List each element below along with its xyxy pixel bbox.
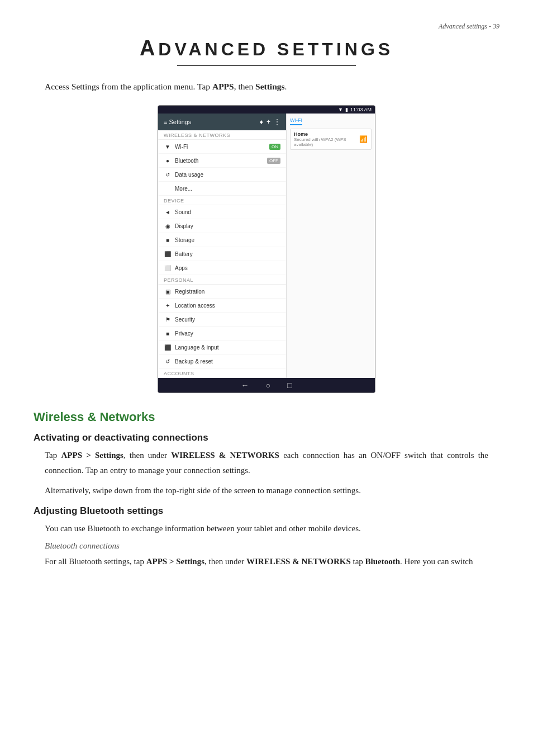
- security-label: Security: [175, 316, 195, 323]
- display-label: Display: [175, 223, 193, 229]
- wifi-toggle[interactable]: ON: [269, 144, 280, 150]
- bluetooth-settings-heading: Adjusting Bluetooth settings: [34, 505, 499, 517]
- apps-settings-bold-1: APPS > Settings: [61, 451, 123, 460]
- screenshot-container: ▼ ▮ 11:03 AM ≡ Settings ♦ + ⋮ WIRELESS &…: [34, 105, 499, 393]
- header-icon-3: ⋮: [274, 118, 280, 126]
- bluetooth-label: Bluetooth: [175, 158, 198, 164]
- wifi-network-sub: Secured with WPA2 (WPS available): [294, 137, 359, 147]
- status-battery: ▮: [345, 107, 348, 112]
- sound-label: Sound: [175, 209, 191, 215]
- wireless-networks-bold-1: WIRELESS & NETWORKS: [171, 451, 279, 460]
- title-underline: [177, 65, 356, 66]
- page-title: ADVANCED SETTINGS: [34, 36, 499, 60]
- home-button[interactable]: ○: [266, 381, 270, 390]
- bluetooth-bold: Bluetooth: [365, 557, 401, 566]
- nav-bar: ← ○ □: [158, 378, 375, 393]
- location-label: Location access: [175, 303, 215, 309]
- battery-label: Battery: [175, 251, 193, 257]
- sound-icon: ◄: [164, 208, 172, 216]
- apps-label: APPS: [212, 82, 234, 91]
- privacy-label: Privacy: [175, 330, 193, 337]
- screen-body: ≡ Settings ♦ + ⋮ WIRELESS & NETWORKS ▼ W…: [158, 114, 375, 378]
- data-usage-icon: ↺: [164, 171, 172, 178]
- settings-panel: ≡ Settings ♦ + ⋮ WIRELESS & NETWORKS ▼ W…: [158, 114, 287, 378]
- bluetooth-icon: ●: [164, 157, 172, 164]
- section-device-label: DEVICE: [158, 196, 286, 205]
- activating-para-2: Alternatively, swipe down from the top-r…: [45, 483, 488, 498]
- settings-item-wifi[interactable]: ▼ Wi-Fi ON: [158, 140, 286, 154]
- back-button[interactable]: ←: [241, 381, 249, 390]
- settings-item-storage[interactable]: ■ Storage: [158, 233, 286, 247]
- status-time: 11:03 AM: [350, 107, 372, 112]
- backup-label: Backup & reset: [175, 358, 213, 365]
- settings-item-sound[interactable]: ◄ Sound: [158, 205, 286, 219]
- settings-item-display[interactable]: ◉ Display: [158, 219, 286, 233]
- bluetooth-connections-subheading: Bluetooth connections: [45, 541, 499, 551]
- section-wireless-label: WIRELESS & NETWORKS: [158, 130, 286, 140]
- header-icon-1: ♦: [260, 118, 263, 126]
- settings-title: ≡ Settings: [164, 119, 191, 125]
- location-icon: ✦: [164, 301, 172, 309]
- display-icon: ◉: [164, 222, 172, 230]
- settings-item-battery[interactable]: ⬛ Battery: [158, 247, 286, 261]
- status-wifi: ▼: [338, 107, 343, 112]
- more-label: More...: [175, 186, 192, 192]
- language-icon: ⬛: [164, 343, 172, 351]
- wireless-networks-bold-2: WIRELESS & NETWORKS: [246, 557, 351, 566]
- activating-para-1: Tap APPS > Settings, then under WIRELESS…: [45, 448, 488, 478]
- title-rest: DVANCED SETTINGS: [158, 39, 393, 59]
- wifi-network-name: Home: [294, 131, 359, 137]
- settings-header-icons: ♦ + ⋮: [260, 118, 280, 126]
- storage-label: Storage: [175, 237, 194, 243]
- intro-paragraph: Access Settings from the application men…: [45, 79, 488, 94]
- title-first-letter: A: [140, 36, 158, 60]
- apps-menu-label: Apps: [175, 265, 188, 271]
- bluetooth-connections-para-1: For all Bluetooth settings, tap APPS > S…: [45, 554, 488, 569]
- wireless-networks-heading: Wireless & Networks: [34, 410, 499, 424]
- settings-label: Settings: [255, 82, 285, 91]
- activating-deactivating-heading: Activating or deactivating connections: [34, 432, 499, 443]
- page-meta: Advanced settings - 39: [34, 22, 499, 31]
- privacy-icon: ■: [164, 329, 172, 337]
- recents-button[interactable]: □: [287, 381, 292, 390]
- settings-item-apps[interactable]: ⬜ Apps: [158, 261, 286, 275]
- wifi-icon: ▼: [164, 143, 172, 150]
- language-label: Language & input: [175, 344, 218, 351]
- wifi-signal-icon: 📶: [359, 135, 368, 143]
- wifi-panel: WI-FI Home Secured with WPA2 (WPS availa…: [287, 114, 375, 378]
- bluetooth-toggle[interactable]: OFF: [267, 158, 280, 164]
- apps-settings-bold-2: APPS > Settings: [146, 557, 204, 566]
- settings-item-location[interactable]: ✦ Location access: [158, 299, 286, 313]
- registration-icon: ▣: [164, 287, 172, 295]
- settings-item-registration[interactable]: ▣ Registration: [158, 285, 286, 299]
- backup-icon: ↺: [164, 357, 172, 365]
- battery-icon: ⬛: [164, 250, 172, 258]
- wifi-label: Wi-Fi: [175, 144, 188, 150]
- apps-icon: ⬜: [164, 264, 172, 272]
- section-personal-label: PERSONAL: [158, 275, 286, 285]
- settings-item-language[interactable]: ⬛ Language & input: [158, 341, 286, 355]
- wifi-tab[interactable]: WI-FI: [290, 117, 302, 125]
- wifi-network-item[interactable]: Home Secured with WPA2 (WPS available) 📶: [290, 129, 372, 150]
- registration-label: Registration: [175, 289, 204, 295]
- settings-item-more[interactable]: More...: [158, 182, 286, 196]
- status-bar: ▼ ▮ 11:03 AM: [158, 106, 375, 114]
- settings-item-backup[interactable]: ↺ Backup & reset: [158, 355, 286, 368]
- section-accounts-label: ACCOUNTS: [158, 368, 286, 378]
- data-usage-label: Data usage: [175, 172, 203, 178]
- settings-item-data-usage[interactable]: ↺ Data usage: [158, 168, 286, 182]
- security-icon: ⚑: [164, 315, 172, 323]
- settings-item-security[interactable]: ⚑ Security: [158, 313, 286, 327]
- storage-icon: ■: [164, 236, 172, 244]
- android-screen: ▼ ▮ 11:03 AM ≡ Settings ♦ + ⋮ WIRELESS &…: [158, 105, 375, 393]
- settings-header: ≡ Settings ♦ + ⋮: [158, 114, 286, 130]
- header-icon-2: +: [266, 118, 270, 126]
- more-icon: [164, 185, 172, 192]
- bluetooth-para-1: You can use Bluetooth to exchange inform…: [45, 521, 488, 536]
- settings-item-privacy[interactable]: ■ Privacy: [158, 327, 286, 341]
- settings-item-bluetooth[interactable]: ● Bluetooth OFF: [158, 154, 286, 168]
